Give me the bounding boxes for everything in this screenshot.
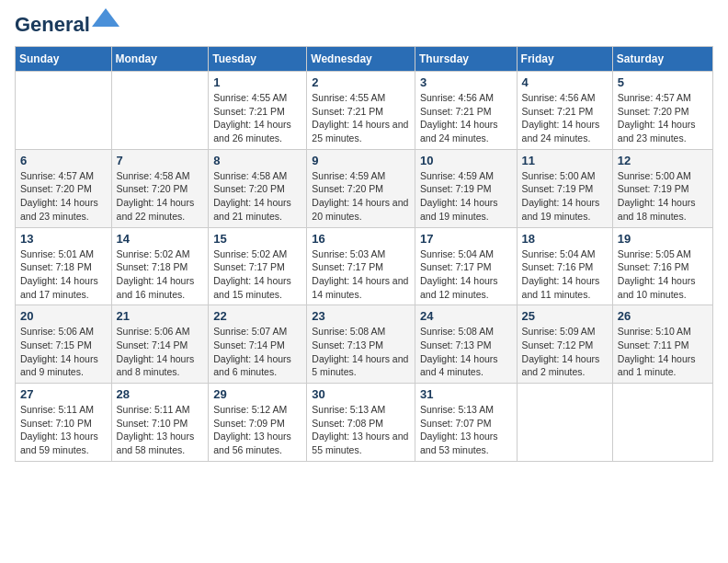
- logo: General: [15, 15, 119, 35]
- day-info: Sunrise: 4:58 AM Sunset: 7:20 PM Dayligh…: [117, 169, 204, 224]
- day-info: Sunrise: 5:13 AM Sunset: 7:08 PM Dayligh…: [312, 403, 410, 457]
- weekday-header-friday: Friday: [517, 47, 612, 72]
- day-number: 21: [117, 309, 204, 323]
- weekday-header-thursday: Thursday: [415, 47, 517, 72]
- calendar-cell: 12Sunrise: 5:00 AM Sunset: 7:19 PM Dayli…: [612, 149, 712, 227]
- day-info: Sunrise: 4:57 AM Sunset: 7:20 PM Dayligh…: [20, 169, 107, 224]
- day-number: 28: [117, 387, 204, 401]
- calendar-cell: 15Sunrise: 5:02 AM Sunset: 7:17 PM Dayli…: [209, 227, 307, 305]
- day-info: Sunrise: 5:07 AM Sunset: 7:14 PM Dayligh…: [213, 325, 301, 379]
- day-info: Sunrise: 5:03 AM Sunset: 7:17 PM Dayligh…: [312, 247, 410, 302]
- calendar-cell: 1Sunrise: 4:55 AM Sunset: 7:21 PM Daylig…: [209, 72, 307, 150]
- weekday-header-monday: Monday: [111, 47, 209, 72]
- calendar-cell: 3Sunrise: 4:56 AM Sunset: 7:21 PM Daylig…: [415, 72, 517, 150]
- day-info: Sunrise: 4:59 AM Sunset: 7:19 PM Dayligh…: [420, 169, 512, 224]
- day-info: Sunrise: 5:11 AM Sunset: 7:10 PM Dayligh…: [117, 403, 204, 457]
- day-number: 2: [312, 75, 410, 89]
- day-info: Sunrise: 5:06 AM Sunset: 7:14 PM Dayligh…: [117, 325, 204, 379]
- day-info: Sunrise: 5:09 AM Sunset: 7:12 PM Dayligh…: [522, 325, 608, 379]
- day-info: Sunrise: 5:01 AM Sunset: 7:18 PM Dayligh…: [20, 247, 107, 302]
- svg-marker-0: [92, 8, 119, 27]
- weekday-header-saturday: Saturday: [612, 47, 712, 72]
- calendar-cell: 19Sunrise: 5:05 AM Sunset: 7:16 PM Dayli…: [612, 227, 712, 305]
- day-info: Sunrise: 5:00 AM Sunset: 7:19 PM Dayligh…: [618, 169, 708, 224]
- day-number: 12: [618, 154, 708, 167]
- day-number: 11: [522, 154, 608, 167]
- day-info: Sunrise: 4:59 AM Sunset: 7:20 PM Dayligh…: [312, 169, 410, 224]
- calendar-cell: 8Sunrise: 4:58 AM Sunset: 7:20 PM Daylig…: [209, 149, 307, 227]
- calendar-cell: [111, 72, 209, 150]
- day-info: Sunrise: 4:56 AM Sunset: 7:21 PM Dayligh…: [420, 91, 512, 145]
- day-info: Sunrise: 5:02 AM Sunset: 7:18 PM Dayligh…: [117, 247, 204, 302]
- calendar-cell: 29Sunrise: 5:12 AM Sunset: 7:09 PM Dayli…: [209, 384, 307, 462]
- calendar-cell: 13Sunrise: 5:01 AM Sunset: 7:18 PM Dayli…: [16, 227, 112, 305]
- day-info: Sunrise: 5:05 AM Sunset: 7:16 PM Dayligh…: [618, 247, 708, 302]
- day-info: Sunrise: 5:08 AM Sunset: 7:13 PM Dayligh…: [420, 325, 512, 379]
- calendar-body: 1Sunrise: 4:55 AM Sunset: 7:21 PM Daylig…: [16, 72, 713, 462]
- calendar-cell: 16Sunrise: 5:03 AM Sunset: 7:17 PM Dayli…: [307, 227, 415, 305]
- calendar-cell: 25Sunrise: 5:09 AM Sunset: 7:12 PM Dayli…: [517, 305, 612, 384]
- day-info: Sunrise: 5:13 AM Sunset: 7:07 PM Dayligh…: [420, 403, 512, 457]
- day-number: 13: [20, 232, 107, 246]
- day-number: 19: [618, 232, 708, 246]
- page-header: General: [15, 15, 713, 35]
- day-info: Sunrise: 5:11 AM Sunset: 7:10 PM Dayligh…: [20, 403, 107, 457]
- calendar-week-row: 13Sunrise: 5:01 AM Sunset: 7:18 PM Dayli…: [16, 227, 713, 305]
- calendar-cell: 21Sunrise: 5:06 AM Sunset: 7:14 PM Dayli…: [111, 305, 209, 384]
- calendar-cell: 2Sunrise: 4:55 AM Sunset: 7:21 PM Daylig…: [307, 72, 415, 150]
- day-info: Sunrise: 5:06 AM Sunset: 7:15 PM Dayligh…: [20, 325, 107, 379]
- day-info: Sunrise: 4:55 AM Sunset: 7:21 PM Dayligh…: [213, 91, 301, 145]
- calendar-cell: 18Sunrise: 5:04 AM Sunset: 7:16 PM Dayli…: [517, 227, 612, 305]
- calendar-cell: 24Sunrise: 5:08 AM Sunset: 7:13 PM Dayli…: [415, 305, 517, 384]
- day-number: 15: [213, 232, 301, 246]
- day-number: 23: [312, 309, 410, 323]
- calendar-cell: [612, 384, 712, 462]
- day-number: 14: [117, 232, 204, 246]
- day-number: 3: [420, 75, 512, 89]
- calendar-cell: 4Sunrise: 4:56 AM Sunset: 7:21 PM Daylig…: [517, 72, 612, 150]
- calendar-cell: 6Sunrise: 4:57 AM Sunset: 7:20 PM Daylig…: [16, 149, 112, 227]
- weekday-header-tuesday: Tuesday: [209, 47, 307, 72]
- calendar-cell: [517, 384, 612, 462]
- day-info: Sunrise: 5:10 AM Sunset: 7:11 PM Dayligh…: [618, 325, 708, 379]
- day-number: 9: [312, 154, 410, 167]
- calendar-cell: 10Sunrise: 4:59 AM Sunset: 7:19 PM Dayli…: [415, 149, 517, 227]
- day-info: Sunrise: 5:12 AM Sunset: 7:09 PM Dayligh…: [213, 403, 301, 457]
- calendar-header-row: SundayMondayTuesdayWednesdayThursdayFrid…: [16, 47, 713, 72]
- logo-text: General: [15, 15, 90, 35]
- day-info: Sunrise: 5:02 AM Sunset: 7:17 PM Dayligh…: [213, 247, 301, 302]
- weekday-header-wednesday: Wednesday: [307, 47, 415, 72]
- calendar-week-row: 27Sunrise: 5:11 AM Sunset: 7:10 PM Dayli…: [16, 384, 713, 462]
- day-number: 5: [618, 75, 708, 89]
- calendar-cell: 28Sunrise: 5:11 AM Sunset: 7:10 PM Dayli…: [111, 384, 209, 462]
- day-number: 29: [213, 387, 301, 401]
- day-number: 10: [420, 154, 512, 167]
- calendar-table: SundayMondayTuesdayWednesdayThursdayFrid…: [15, 46, 713, 462]
- day-info: Sunrise: 4:57 AM Sunset: 7:20 PM Dayligh…: [618, 91, 708, 145]
- calendar-week-row: 1Sunrise: 4:55 AM Sunset: 7:21 PM Daylig…: [16, 72, 713, 150]
- day-number: 25: [522, 309, 608, 323]
- day-number: 26: [618, 309, 708, 323]
- calendar-week-row: 6Sunrise: 4:57 AM Sunset: 7:20 PM Daylig…: [16, 149, 713, 227]
- day-info: Sunrise: 4:56 AM Sunset: 7:21 PM Dayligh…: [522, 91, 608, 145]
- calendar-cell: 14Sunrise: 5:02 AM Sunset: 7:18 PM Dayli…: [111, 227, 209, 305]
- calendar-cell: 27Sunrise: 5:11 AM Sunset: 7:10 PM Dayli…: [16, 384, 112, 462]
- day-number: 16: [312, 232, 410, 246]
- day-number: 8: [213, 154, 301, 167]
- logo-icon: [92, 8, 119, 34]
- calendar-cell: 5Sunrise: 4:57 AM Sunset: 7:20 PM Daylig…: [612, 72, 712, 150]
- calendar-cell: 22Sunrise: 5:07 AM Sunset: 7:14 PM Dayli…: [209, 305, 307, 384]
- calendar-cell: 11Sunrise: 5:00 AM Sunset: 7:19 PM Dayli…: [517, 149, 612, 227]
- calendar-cell: 7Sunrise: 4:58 AM Sunset: 7:20 PM Daylig…: [111, 149, 209, 227]
- day-number: 22: [213, 309, 301, 323]
- calendar-cell: 17Sunrise: 5:04 AM Sunset: 7:17 PM Dayli…: [415, 227, 517, 305]
- calendar-cell: 23Sunrise: 5:08 AM Sunset: 7:13 PM Dayli…: [307, 305, 415, 384]
- day-number: 20: [20, 309, 107, 323]
- day-number: 18: [522, 232, 608, 246]
- day-number: 30: [312, 387, 410, 401]
- day-number: 31: [420, 387, 512, 401]
- weekday-header-sunday: Sunday: [16, 47, 112, 72]
- day-number: 27: [20, 387, 107, 401]
- calendar-cell: 20Sunrise: 5:06 AM Sunset: 7:15 PM Dayli…: [16, 305, 112, 384]
- calendar-cell: 31Sunrise: 5:13 AM Sunset: 7:07 PM Dayli…: [415, 384, 517, 462]
